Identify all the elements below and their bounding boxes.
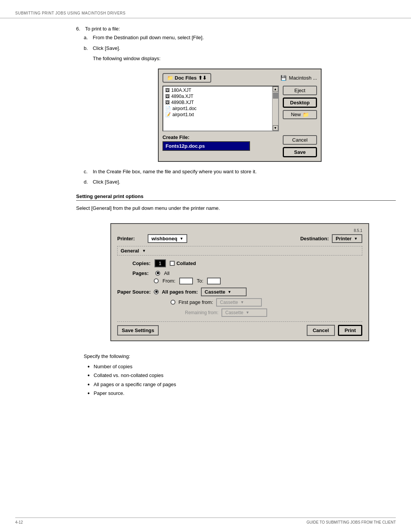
general-dropdown-row[interactable]: General ▼ xyxy=(117,246,362,256)
pages-all-radio[interactable] xyxy=(155,271,160,276)
dialog-body: 🖼 180A.XJT 🖼 4890a.XJT 🖼 4890B.XJT xyxy=(162,86,317,131)
substep-a-letter: a. xyxy=(84,34,91,42)
substep-c-text: In the Create File box, name the file an… xyxy=(93,169,257,174)
scroll-thumb[interactable] xyxy=(273,93,278,99)
destination-value: Printer xyxy=(336,236,352,241)
printer-row: Printer: wishboneq ▼ Destination: Printe… xyxy=(117,234,362,243)
bullet-item-0: Number of copies xyxy=(88,363,396,371)
new-button[interactable]: New 📁 xyxy=(283,110,317,119)
paper-source-label: Paper Source: xyxy=(117,289,151,295)
page-footer: 4-12 GUIDE TO SUBMITTING JOBS FROM THE C… xyxy=(15,518,396,524)
copies-input[interactable]: 1 xyxy=(155,259,166,267)
file-list-with-scrollbar: 🖼 180A.XJT 🖼 4890a.XJT 🖼 4890B.XJT xyxy=(162,86,279,131)
scroll-down-arrow[interactable]: ▼ xyxy=(273,125,278,131)
section-intro-text: Select [General] from the pull down menu… xyxy=(76,205,220,211)
cassette-value: Cassette xyxy=(205,289,225,295)
print-dialog: 8.5.1 Printer: wishboneq ▼ Destination: … xyxy=(110,223,369,341)
file-icon-2: 🖼 xyxy=(165,100,170,105)
save-settings-button[interactable]: Save Settings xyxy=(117,325,159,335)
version-text: 8.5.1 xyxy=(117,228,362,233)
page-container: SUBMITTING PRINT JOBS USING MACINTOSH DR… xyxy=(0,0,411,532)
bullet-item-3: Paper source. xyxy=(88,390,396,397)
all-pages-from-label: All pages from: xyxy=(162,289,198,295)
to-input[interactable] xyxy=(207,278,221,284)
page-header: SUBMITTING PRINT JOBS USING MACINTOSH DR… xyxy=(0,8,411,18)
file-item-3[interactable]: 📄 airport1.doc xyxy=(164,105,271,112)
new-folder-icon: 📁 xyxy=(303,112,309,118)
paper-all-pages-radio[interactable] xyxy=(154,289,159,294)
file-icon-3: 📄 xyxy=(165,106,171,111)
print-dialog-container: 8.5.1 Printer: wishboneq ▼ Destination: … xyxy=(84,217,396,347)
pages-from-radio[interactable] xyxy=(154,278,159,283)
first-page-radio[interactable] xyxy=(170,300,175,305)
file-item-2[interactable]: 🖼 4890B.XJT xyxy=(164,99,271,105)
step-6-row: 6. To print to a file: xyxy=(76,26,396,32)
create-file-label: Create File: xyxy=(162,134,279,140)
cancel-button-dialog[interactable]: Cancel xyxy=(283,135,317,145)
specify-intro-text: Specify the following: xyxy=(84,353,130,359)
file-name-3: airport1.doc xyxy=(172,106,196,111)
destination-dropdown[interactable]: Printer ▼ xyxy=(332,234,362,243)
copies-label: Copies: xyxy=(132,260,151,266)
file-name-4: airport1.txt xyxy=(172,112,194,117)
bullet-item-1: Collated vs. non-collated copies xyxy=(88,372,396,379)
print-cancel-button[interactable]: Cancel xyxy=(307,325,335,336)
collated-checkbox[interactable] xyxy=(170,261,175,266)
destination-arrow: ▼ xyxy=(354,236,358,241)
file-name-2: 4890B.XJT xyxy=(171,100,194,105)
substep-c-letter: c. xyxy=(84,168,91,176)
macintosh-label: 💾 Macintosh ... xyxy=(280,75,317,81)
pages-all-row: Pages: All xyxy=(132,270,362,276)
scrollbar[interactable]: ▲ ▼ xyxy=(272,86,278,131)
printer-dropdown[interactable]: wishboneq ▼ xyxy=(148,234,187,243)
cassette-arrow: ▼ xyxy=(228,290,231,294)
file-item-0[interactable]: 🖼 180A.XJT xyxy=(164,87,271,93)
destination-section: Destination: Printer ▼ xyxy=(300,234,362,243)
disk-icon: 💾 xyxy=(280,75,287,81)
file-item-1[interactable]: 🖼 4890a.XJT xyxy=(164,93,271,99)
cassette-first-value: Cassette xyxy=(220,300,238,305)
step-6-text: To print to a file: xyxy=(85,26,120,32)
dialog-buttons-col: Eject Desktop New 📁 xyxy=(283,86,317,131)
footer-right-buttons: Cancel Print xyxy=(307,325,362,336)
file-list-area[interactable]: 🖼 180A.XJT 🖼 4890a.XJT 🖼 4890B.XJT xyxy=(163,86,272,131)
create-file-input[interactable]: Fonts12p.doc.ps xyxy=(162,141,250,151)
first-page-dropdown[interactable]: Cassette ▼ xyxy=(216,298,262,307)
substep-c: c. In the Create File box, name the file… xyxy=(84,168,396,176)
sort-arrows: ⬆⬇ xyxy=(198,75,207,81)
file-item-4[interactable]: 📝 airport1.txt xyxy=(164,112,271,118)
doc-files-title-label: Doc Files xyxy=(175,75,197,81)
collated-text: Collated xyxy=(177,260,196,266)
bullet-item-2: All pages or a specific range of pages xyxy=(88,381,396,388)
substep-b-letter: b. xyxy=(84,45,91,52)
substep-d-letter: d. xyxy=(84,178,91,186)
collated-label: Collated xyxy=(170,260,196,266)
doc-files-title-button[interactable]: 📁 Doc Files ⬆⬇ xyxy=(162,73,211,83)
copies-row: Copies: 1 Collated xyxy=(132,259,362,267)
file-icon-1: 🖼 xyxy=(165,94,170,99)
doc-files-dialog-container: 📁 Doc Files ⬆⬇ 💾 Macintosh ... xyxy=(84,69,396,162)
printer-value: wishboneq xyxy=(151,236,177,241)
paper-all-pages-row: Paper Source: All pages from: Cassette ▼ xyxy=(117,288,362,296)
dialog-footer-row: Save Settings Cancel Print xyxy=(117,321,362,336)
substep-a-text: From the Destination pull down menu, sel… xyxy=(93,35,204,40)
dialog-top-row: 📁 Doc Files ⬆⬇ 💾 Macintosh ... xyxy=(162,73,317,83)
printer-dropdown-arrow: ▼ xyxy=(180,236,183,241)
general-label: General xyxy=(121,248,139,254)
from-input[interactable] xyxy=(179,278,193,284)
cassette-dropdown[interactable]: Cassette ▼ xyxy=(201,288,247,296)
desktop-button[interactable]: Desktop xyxy=(283,97,317,108)
specify-intro: Specify the following: xyxy=(84,353,396,359)
substep-a: a. From the Destination pull down menu, … xyxy=(84,34,396,42)
file-icon-4: 📝 xyxy=(165,112,171,117)
new-button-label: New xyxy=(291,112,301,117)
scroll-up-arrow[interactable]: ▲ xyxy=(273,86,278,92)
print-button[interactable]: Print xyxy=(338,325,362,336)
eject-button[interactable]: Eject xyxy=(283,86,317,95)
save-button-dialog[interactable]: Save xyxy=(283,147,317,157)
remaining-dropdown[interactable]: Cassette ▼ xyxy=(221,308,267,317)
pages-label: Pages: xyxy=(132,270,151,276)
folder-icon-main: 📁 xyxy=(167,75,173,81)
section-heading: Setting general print options xyxy=(76,193,396,201)
first-page-from-label: First page from: xyxy=(178,299,213,305)
